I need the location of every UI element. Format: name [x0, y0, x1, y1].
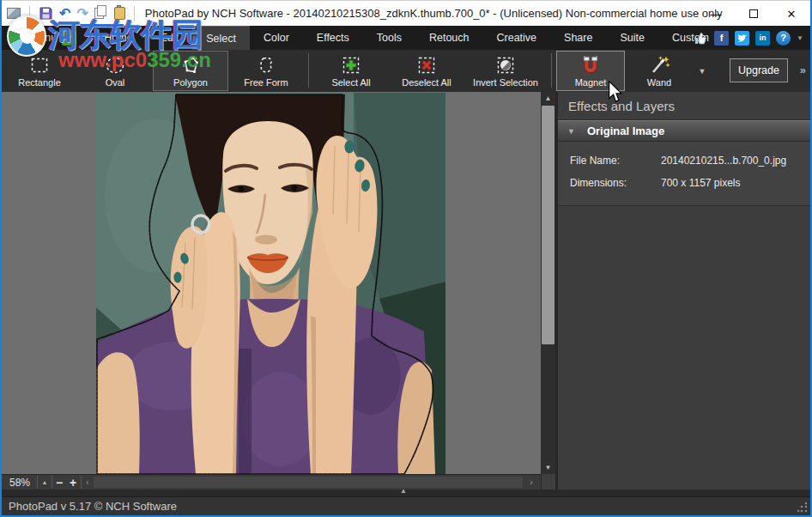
vertical-scrollbar-thumb[interactable]	[542, 106, 554, 344]
zoom-out-button[interactable]: −	[53, 475, 65, 490]
panel-title: Effects and Layers	[558, 92, 810, 120]
scroll-right-icon[interactable]: ›	[525, 475, 537, 490]
select-all-icon	[341, 54, 361, 76]
file-name-row: File Name: 20140210215...b.700_0.jpg	[558, 150, 810, 173]
oval-select-icon	[105, 54, 125, 76]
zoom-in-button[interactable]: +	[67, 475, 79, 490]
photopad-window: ↶ ↷ PhotoPad by NCH Software - 201402102…	[0, 0, 812, 517]
scroll-left-icon[interactable]: ‹	[82, 475, 93, 490]
hamburger-icon	[9, 30, 25, 46]
mouse-cursor	[608, 81, 622, 106]
original-image-section-header[interactable]: ▼ Original Image	[558, 120, 810, 142]
file-name-value: 20140210215...b.700_0.jpg	[661, 155, 786, 167]
tab-retouch[interactable]: Retouch	[415, 26, 483, 50]
image-info-fields: File Name: 20140210215...b.700_0.jpg Dim…	[558, 142, 810, 206]
rectangle-select-icon	[29, 54, 50, 76]
wand-button[interactable]: Wand	[625, 51, 694, 91]
save-icon[interactable]	[39, 6, 53, 21]
twitter-icon[interactable]	[735, 31, 749, 46]
deselect-all-icon	[416, 54, 437, 76]
tab-tools[interactable]: Tools	[363, 26, 415, 50]
tab-select[interactable]: Select	[192, 26, 250, 50]
maximize-button[interactable]	[735, 1, 773, 27]
tab-suite[interactable]: Suite	[606, 26, 658, 50]
copy-icon[interactable]	[94, 8, 104, 19]
tab-share[interactable]: Share	[550, 26, 606, 50]
linkedin-icon[interactable]: in	[755, 31, 770, 46]
polygon-select-icon	[180, 54, 201, 76]
vertical-scrollbar[interactable]: ▲ ▼	[541, 92, 555, 474]
zoom-dropdown-icon[interactable]: ▲	[39, 475, 51, 490]
collapse-up-icon: ▲	[400, 487, 407, 495]
title-bar: ↶ ↷ PhotoPad by NCH Software - 201402102…	[2, 0, 810, 26]
status-bar: PhotoPad v 5.17 © NCH Software	[2, 496, 810, 515]
invert-selection-icon	[495, 54, 516, 76]
freeform-select-button[interactable]: Free Form	[228, 51, 304, 91]
tab-color[interactable]: Color	[250, 26, 303, 50]
resize-grip[interactable]	[797, 502, 808, 513]
tab-creative[interactable]: Creative	[483, 26, 551, 50]
effects-and-layers-panel: Effects and Layers ▼ Original Image File…	[558, 92, 810, 490]
magic-wand-icon	[648, 54, 670, 76]
tab-home[interactable]: Home	[90, 26, 146, 50]
minimize-button[interactable]: —	[697, 1, 735, 27]
deselect-all-button[interactable]: Deselect All	[389, 51, 464, 91]
invert-selection-button[interactable]: Invert Selection	[464, 51, 547, 91]
toolbar-separator	[551, 53, 552, 88]
wand-dropdown-icon[interactable]: ▼	[694, 51, 711, 91]
toolbar-separator	[308, 53, 309, 88]
titlebar-separator	[29, 6, 30, 21]
freeform-select-icon	[256, 54, 276, 76]
help-icon[interactable]: ?	[776, 31, 791, 46]
facebook-icon[interactable]: f	[714, 31, 729, 46]
dimensions-row: Dimensions: 700 x 1157 pixels	[558, 173, 810, 195]
scroll-up-icon[interactable]: ▲	[541, 92, 555, 105]
select-toolbar: Rectangle Oval Polygon Free Form	[2, 50, 810, 92]
undo-icon[interactable]: ↶	[59, 7, 70, 21]
scrollbar-corner	[541, 474, 555, 490]
canvas-area[interactable]	[2, 92, 541, 474]
rectangle-select-button[interactable]: Rectangle	[2, 51, 77, 91]
portrait-photo	[96, 93, 445, 474]
toolbar-overflow-chevron[interactable]: »	[800, 64, 806, 76]
tab-edit[interactable]: Edit	[147, 26, 193, 50]
select-all-button[interactable]: Select All	[313, 51, 389, 91]
paste-icon[interactable]	[114, 7, 125, 20]
photo-document[interactable]	[96, 93, 445, 474]
collapse-triangle-icon: ▼	[567, 127, 575, 136]
close-button[interactable]: ✕	[773, 1, 810, 27]
zoom-level: 58%	[5, 475, 34, 490]
menu-button[interactable]: Menu ▼	[2, 26, 85, 50]
upgrade-button[interactable]: Upgrade	[730, 58, 788, 82]
window-title: PhotoPad by NCH Software - 2014021021530…	[145, 7, 723, 20]
polygon-select-button[interactable]: Polygon	[153, 51, 228, 91]
horizontal-scrollbar-thumb[interactable]	[94, 477, 523, 488]
app-icon[interactable]	[7, 8, 21, 19]
tab-effects[interactable]: Effects	[303, 26, 363, 50]
menu-dropdown-icon[interactable]: ▼	[62, 31, 76, 46]
magnet-icon	[579, 54, 602, 76]
bottom-collapse-handle[interactable]: ▲	[2, 490, 810, 496]
scroll-down-icon[interactable]: ▼	[541, 461, 555, 474]
help-dropdown-icon[interactable]: ▼	[797, 34, 803, 42]
redo-icon[interactable]: ↷	[76, 7, 88, 21]
titlebar-separator	[134, 6, 135, 21]
thumbs-up-icon[interactable]	[694, 31, 708, 46]
oval-select-button[interactable]: Oval	[77, 51, 153, 91]
zoom-scroll-bar: 58% ▲ − + ‹ ›	[2, 474, 555, 490]
menu-bar: Menu ▼ Home Edit Select Color Effects To…	[2, 26, 810, 50]
dimensions-value: 700 x 1157 pixels	[661, 177, 741, 189]
